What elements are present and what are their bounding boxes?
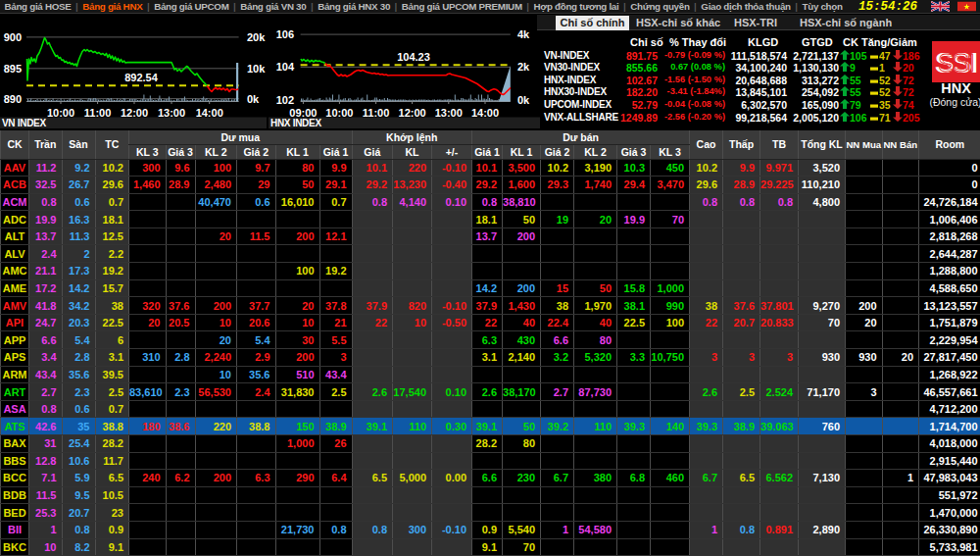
svg-text:14:00: 14:00 (196, 107, 223, 119)
svg-text:10:00: 10:00 (47, 107, 74, 119)
svg-text:104.23: 104.23 (397, 51, 430, 63)
svg-text:900: 900 (4, 31, 22, 43)
svg-text:SSI: SSI (942, 52, 970, 74)
svg-text:10k: 10k (247, 63, 266, 75)
svg-text:10:00: 10:00 (325, 107, 353, 119)
svg-text:2k: 2k (517, 61, 530, 73)
svg-text:HNX INDEX: HNX INDEX (270, 118, 321, 128)
svg-text:102: 102 (276, 94, 294, 106)
svg-text:104: 104 (276, 61, 295, 73)
svg-text:892.54: 892.54 (124, 72, 159, 83)
svg-text:13:00: 13:00 (435, 107, 463, 119)
svg-text:0k: 0k (517, 94, 530, 106)
svg-text:12:00: 12:00 (121, 107, 148, 119)
svg-text:895: 895 (4, 63, 22, 75)
svg-text:20k: 20k (247, 31, 266, 43)
svg-text:890: 890 (4, 93, 22, 105)
svg-text:106: 106 (276, 28, 294, 40)
svg-text:11:00: 11:00 (84, 107, 112, 119)
svg-text:VN INDEX: VN INDEX (2, 118, 46, 128)
svg-text:12:00: 12:00 (399, 107, 426, 119)
svg-text:4k: 4k (517, 28, 530, 40)
svg-text:11:00: 11:00 (363, 107, 390, 119)
svg-text:14:00: 14:00 (471, 107, 499, 119)
svg-text:13:00: 13:00 (158, 107, 185, 119)
svg-text:0k: 0k (247, 93, 260, 105)
